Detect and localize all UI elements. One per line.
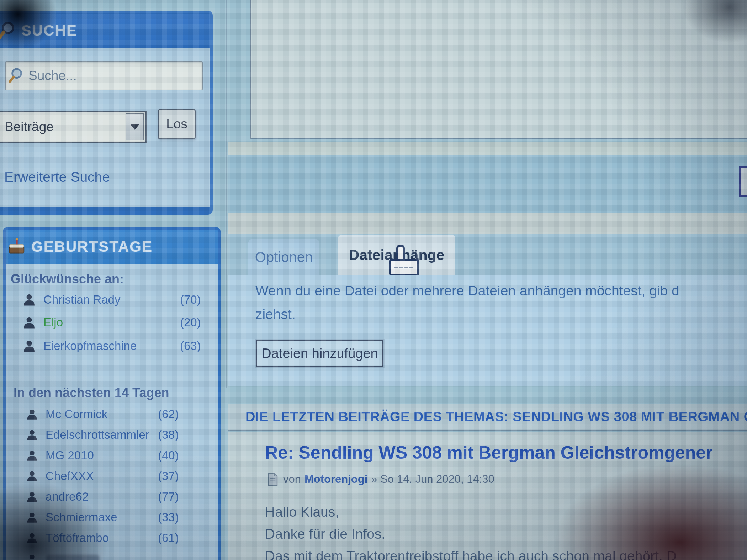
user-icon: [26, 491, 38, 503]
birthday-user-link[interactable]: andre62: [46, 490, 89, 503]
birthday-row: Schmiermaxe: [26, 508, 117, 526]
birthday-age: (20): [180, 316, 201, 329]
form-strip-lower: [228, 213, 747, 234]
post-icon: [267, 473, 278, 486]
birthday-row: Edelschrottsammler: [26, 426, 149, 444]
birthday-age: (62): [158, 407, 179, 421]
birthday-user-link[interactable]: MG 2010: [46, 449, 94, 462]
advanced-search-link[interactable]: Erweiterte Suche: [4, 169, 110, 185]
message-textarea[interactable]: [250, 0, 747, 139]
birthday-row: Eierkopfmaschine: [23, 337, 137, 355]
birthday-user-link[interactable]: Christian Rady: [43, 293, 120, 306]
search-placeholder: Suche...: [28, 68, 77, 83]
search-panel-title: SUCHE: [21, 22, 77, 39]
tab-optionen[interactable]: Optionen: [248, 239, 319, 275]
birthday-user-link[interactable]: Eierkopfmaschine: [43, 339, 137, 353]
birthday-row-partial: [26, 550, 100, 560]
birthday-user-link[interactable]: ChefXXX: [46, 469, 94, 483]
user-icon: [23, 293, 36, 306]
attach-info-line1: Wenn du eine Datei oder mehrere Dateien …: [255, 283, 679, 299]
birthday-age: (77): [158, 490, 179, 503]
birthdays-panel-header: GEBURTSTAGE: [6, 230, 218, 264]
birthday-user-link[interactable]: Töftöframbo: [46, 531, 109, 545]
edge-clipped-button[interactable]: B: [739, 166, 747, 197]
birthday-age: (33): [158, 511, 179, 524]
column-divider: [226, 0, 227, 388]
user-icon: [26, 553, 38, 560]
chevron-down-icon[interactable]: [126, 113, 144, 140]
birthday-cake-icon: [7, 237, 26, 257]
birthday-user-link[interactable]: Eljo: [43, 316, 63, 329]
post-body-line: Hallo Klaus,: [265, 504, 339, 520]
birthday-row: Mc Cormick: [26, 405, 107, 423]
post-body-line: Das mit dem Traktorentreibstoff habe ich…: [265, 548, 677, 560]
user-icon: [26, 470, 38, 482]
form-strip-upper: [228, 142, 747, 155]
birthday-age: (40): [158, 449, 179, 462]
search-scope-value: Beiträge: [5, 119, 54, 134]
search-panel-header: SUCHE: [0, 14, 210, 48]
birthday-age: (37): [158, 469, 179, 483]
birthday-row: andre62: [26, 488, 89, 506]
topic-review-header-band: DIE LETZTEN BEITRÄGE DES THEMAS: SENDLIN…: [228, 404, 747, 431]
birthday-age: (38): [158, 428, 179, 442]
user-icon: [26, 449, 38, 462]
birthday-age: (61): [158, 531, 179, 545]
search-icon: [0, 20, 16, 41]
search-input[interactable]: Suche...: [5, 61, 203, 90]
birthday-row: ChefXXX: [26, 467, 94, 485]
birthday-row: MG 2010: [26, 447, 94, 464]
search-input-icon: [9, 67, 25, 85]
user-icon: [26, 408, 38, 420]
topic-review-title: DIE LETZTEN BEITRÄGE DES THEMAS: SENDLIN…: [245, 409, 747, 425]
upcoming-label: In den nächsten 14 Tagen: [14, 385, 169, 400]
birthday-row: Töftöframbo: [26, 529, 109, 547]
congrats-label: Glückwünsche an:: [11, 272, 124, 287]
clipped-name: [46, 555, 100, 560]
author-link[interactable]: Motorenjogi: [304, 473, 367, 486]
byline-suffix: » So 14. Jun 2020, 14:30: [371, 473, 494, 486]
birthday-age: (70): [180, 293, 201, 306]
user-icon: [23, 339, 36, 353]
search-go-button[interactable]: Los: [158, 109, 196, 139]
birthday-row: Christian Rady: [23, 291, 120, 309]
birthday-user-link[interactable]: Mc Cormick: [46, 407, 107, 421]
add-files-button[interactable]: Dateien hinzufügen: [256, 340, 383, 367]
user-icon: [26, 429, 38, 441]
byline-prefix: von: [283, 473, 301, 486]
user-icon: [26, 532, 38, 544]
birthday-age: (63): [180, 339, 201, 353]
birthday-user-link[interactable]: Edelschrottsammler: [46, 428, 149, 442]
post-byline: von Motorenjogi » So 14. Jun 2020, 14:30: [267, 473, 494, 486]
user-icon: [23, 316, 36, 329]
birthday-user-link[interactable]: Schmiermaxe: [46, 511, 117, 524]
editor-toolbar-band: [228, 155, 747, 213]
hand-cursor-icon: [387, 245, 424, 279]
attach-info-line2: ziehst.: [255, 306, 296, 322]
birthday-row: Eljo: [23, 314, 63, 331]
user-icon: [26, 511, 38, 523]
birthdays-panel: GEBURTSTAGE Glückwünsche an: Christian R…: [3, 227, 221, 560]
birthdays-panel-title: GEBURTSTAGE: [31, 238, 153, 255]
search-panel: SUCHE Suche... Beiträge Los Erweiterte S…: [0, 11, 213, 215]
post-body-line: Danke für die Infos.: [265, 526, 385, 542]
search-scope-select[interactable]: Beiträge: [0, 111, 147, 143]
post-title-link[interactable]: Re: Sendling WS 308 mit Bergman Gleichst…: [265, 442, 713, 463]
